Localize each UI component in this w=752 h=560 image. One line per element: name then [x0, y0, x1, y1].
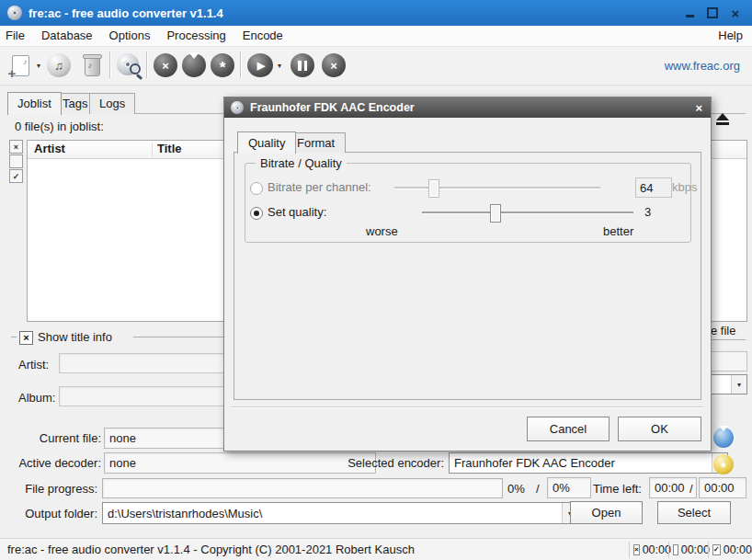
time-segment-selected: × 00:00 [629, 542, 670, 558]
time-slash: / [689, 482, 693, 496]
time-segment-all: ✓ 00:00 [708, 542, 751, 558]
column-artist[interactable]: Artist [34, 142, 65, 155]
joblist-count: 0 file(s) in joblist: [15, 120, 104, 133]
window-title: fre:ac - free audio converter v1.1.4 [28, 6, 223, 20]
menu-options[interactable]: Options [101, 26, 159, 46]
select-none-button[interactable] [9, 154, 23, 168]
check-box-icon: ✓ [712, 544, 721, 555]
cd-search-icon [117, 53, 141, 77]
open-button[interactable]: Open [570, 501, 643, 524]
time-total-value: 00:00 [699, 477, 746, 498]
status-bar: fre:ac - free audio converter v1.1.4 - C… [0, 538, 752, 560]
add-files-button[interactable]: + ♪ [7, 52, 33, 78]
output-folder-dropdown[interactable]: d:\Users\tristanrhodes\Music\ ▾ [102, 502, 578, 524]
total-percent: 0% [547, 477, 591, 498]
general-settings-button[interactable]: × [153, 52, 178, 78]
eject-cd-button[interactable] [712, 110, 734, 127]
column-divider [152, 143, 153, 156]
dialog-cd-icon [231, 101, 244, 114]
tab-logs[interactable]: Logs [89, 93, 135, 114]
clipped-pattern-dropdown[interactable]: ▾ [711, 374, 747, 394]
toolbar-separator [146, 51, 147, 78]
album-label: Album: [18, 391, 59, 405]
group-dash [11, 337, 17, 337]
query-cddb-button[interactable] [116, 52, 142, 78]
freac-window: fre:ac - free audio converter v1.1.4 × F… [0, 0, 752, 560]
play-icon: ▶ [247, 53, 273, 77]
select-button[interactable]: Select [657, 501, 731, 524]
file-progress-label: File progress: [18, 482, 97, 496]
add-audio-cd-button[interactable]: ♫ [46, 52, 72, 78]
percent-slash: / [536, 482, 540, 496]
menu-help[interactable]: Help [709, 26, 752, 46]
output-folder-label: Output folder: [18, 507, 97, 520]
signal-processing-button[interactable] [181, 52, 207, 78]
dialog-tab-quality[interactable]: Quality [237, 131, 296, 154]
funnel-icon [182, 53, 206, 77]
dialog-separator [232, 406, 703, 407]
artist-field[interactable] [59, 353, 234, 373]
cancel-button[interactable]: Cancel [527, 417, 610, 441]
start-encoding-dropdown-icon[interactable]: ▾ [275, 60, 284, 71]
selected-encoder-dropdown[interactable]: Fraunhofer FDK AAC Encoder ▾ [449, 452, 728, 474]
chevron-down-icon: ▾ [731, 375, 746, 394]
ok-button[interactable]: OK [618, 417, 701, 441]
minimize-icon[interactable] [684, 7, 695, 18]
time-left-label: Time left: [593, 482, 642, 496]
artist-label: Artist: [18, 358, 55, 371]
x-box-icon: × [633, 544, 640, 555]
file-percent: 0% [507, 482, 525, 496]
encoder-settings-button[interactable]: * [713, 454, 734, 474]
dialog-title: Fraunhofer FDK AAC Encoder [250, 101, 415, 114]
close-icon[interactable]: × [730, 7, 741, 18]
add-files-dropdown-icon[interactable]: ▾ [34, 60, 43, 71]
clipped-single-file-label: e file [711, 324, 735, 337]
remove-all-button[interactable]: ♪ [79, 52, 105, 78]
dialog-titlebar[interactable]: Fraunhofer FDK AAC Encoder × [224, 97, 711, 118]
funnel-blue-icon [719, 431, 728, 445]
active-decoder-value: none [104, 452, 376, 474]
toolbar-separator [240, 51, 241, 78]
tools-icon: × [154, 53, 177, 77]
add-file-icon: + ♪ [12, 55, 29, 76]
gear-yellow-icon: * [721, 459, 726, 474]
menu-bar: File Database Options Processing Encode … [0, 26, 752, 47]
start-encoding-button[interactable]: ▶ [247, 52, 273, 78]
toggle-selection-button[interactable]: ✓ [9, 169, 23, 183]
select-all-button[interactable]: × [9, 140, 23, 154]
file-progress-bar [102, 478, 503, 498]
encoder-config-button[interactable]: * [210, 52, 235, 78]
website-link[interactable]: www.freac.org [665, 59, 740, 73]
eject-icon [716, 113, 729, 120]
dialog-tab-pane [234, 152, 701, 400]
time-segment-unselected: 00:00 [668, 542, 710, 558]
window-titlebar: fre:ac - free audio converter v1.1.4 × [0, 0, 752, 26]
status-text: fre:ac - free audio converter v1.1.4 - C… [7, 539, 415, 560]
processing-info-button[interactable] [713, 428, 734, 448]
trash-icon: ♪ [85, 58, 100, 76]
window-controls: × [684, 0, 741, 26]
pause-icon [291, 53, 314, 77]
clipped-group-line [708, 339, 746, 340]
stop-x-icon: × [322, 53, 346, 77]
dialog-close-icon[interactable]: × [695, 101, 702, 115]
toolbar-separator [109, 51, 110, 78]
show-title-info-checkbox[interactable]: × [19, 331, 33, 345]
menu-file[interactable]: File [0, 26, 33, 46]
current-file-label: Current file: [18, 431, 101, 445]
menu-encode[interactable]: Encode [234, 26, 291, 46]
album-field[interactable] [59, 386, 234, 406]
encoder-config-dialog: Fraunhofer FDK AAC Encoder × Quality For… [223, 97, 712, 451]
pause-encoding-button[interactable] [290, 52, 315, 78]
active-decoder-label: Active decoder: [18, 456, 101, 470]
group-line [133, 337, 223, 337]
clipped-filename-field[interactable] [711, 351, 747, 371]
stop-encoding-button[interactable]: × [321, 52, 347, 78]
column-title[interactable]: Title [157, 142, 182, 155]
maximize-icon[interactable] [707, 7, 718, 18]
show-title-info-label: Show title info [38, 330, 112, 344]
tab-joblist[interactable]: Joblist [7, 92, 62, 115]
menu-processing[interactable]: Processing [158, 26, 234, 46]
empty-box-icon [673, 544, 678, 555]
menu-database[interactable]: Database [33, 26, 101, 46]
